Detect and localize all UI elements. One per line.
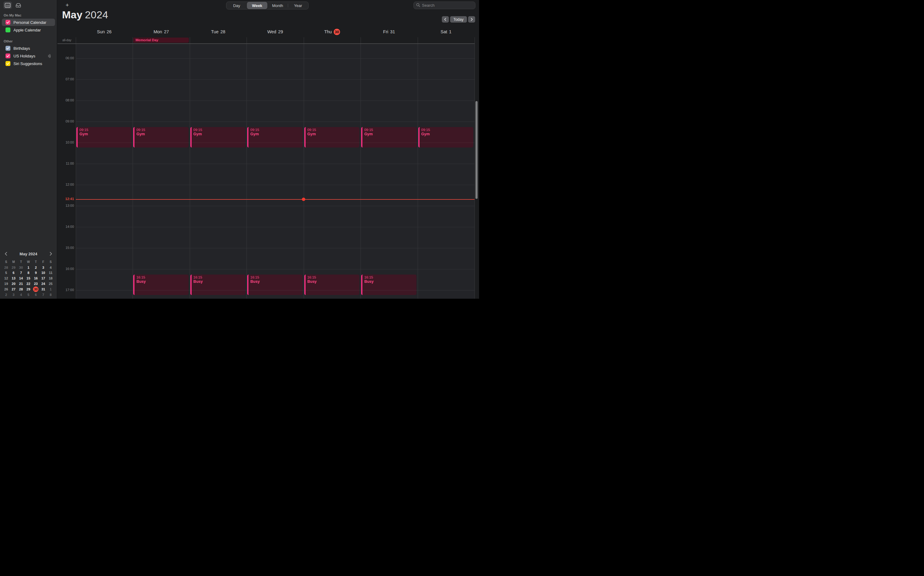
event-title: Busy [136,280,186,284]
event-hour-hairline [306,142,359,143]
sidebar-item-birthdays[interactable]: Birthdays [2,45,55,52]
day-header-thu[interactable]: Thu30 [304,28,360,35]
grid-hline [76,269,474,269]
event-busy[interactable]: 16:15Busy [247,275,302,295]
mini-day-11[interactable]: 11 [47,270,54,276]
inbox-icon [15,3,21,8]
day-header-mon[interactable]: Mon27 [133,28,189,35]
mini-day-18[interactable]: 18 [47,275,54,281]
mini-day-7[interactable]: 7 [18,270,25,276]
mini-day-7[interactable]: 7 [39,292,47,298]
mini-day-28[interactable]: 28 [2,265,10,270]
week-grid-background [76,44,474,299]
mini-day-2[interactable]: 2 [2,292,10,298]
mini-day-24[interactable]: 24 [39,281,47,286]
calendar-view-button[interactable] [3,2,12,9]
event-time: 16:15 [194,275,243,279]
mini-day-14[interactable]: 14 [18,275,25,281]
mini-day-15[interactable]: 15 [25,275,32,281]
event-gym[interactable]: 09:15Gym [133,127,188,147]
day-header-wed[interactable]: Wed29 [247,28,303,35]
mini-day-1[interactable]: 1 [25,265,32,270]
event-gym[interactable]: 09:15Gym [191,127,245,147]
mini-day-21[interactable]: 21 [18,281,25,286]
event-busy[interactable]: 16:15Busy [191,275,245,295]
add-event-button[interactable]: + [64,2,71,9]
mini-day-1[interactable]: 1 [47,286,54,292]
day-header-sun[interactable]: Sun26 [76,28,133,35]
mini-prev-button[interactable] [5,252,7,256]
calendar-checkbox[interactable] [5,20,10,25]
mini-day-17[interactable]: 17 [39,275,47,281]
event-gym[interactable]: 09:15Gym [304,127,359,147]
mini-day-19[interactable]: 19 [2,281,10,286]
view-tab-year[interactable]: Year [288,2,308,9]
mini-day-26[interactable]: 26 [2,286,10,292]
grid-vline [360,37,361,299]
calendar-checkbox[interactable] [5,27,10,32]
mini-day-4[interactable]: 4 [47,265,54,270]
sidebar-item-apple-calendar[interactable]: Apple Calendar [2,26,55,34]
mini-day-6[interactable]: 6 [10,270,17,276]
mini-day-3[interactable]: 3 [39,265,47,270]
event-busy[interactable]: 16:15Busy [133,275,188,295]
mini-day-4[interactable]: 4 [18,292,25,298]
event-time: 09:15 [136,128,186,132]
view-tab-month[interactable]: Month [267,2,288,9]
mini-day-13[interactable]: 13 [10,275,17,281]
day-header-fri[interactable]: Fri31 [360,28,417,35]
view-tab-day[interactable]: Day [226,2,247,9]
all-day-event[interactable]: Memorial Day [133,38,189,43]
mini-day-29[interactable]: 29 [10,265,17,270]
event-busy[interactable]: 16:15Busy [361,275,416,295]
calendar-checkbox[interactable] [5,53,10,58]
inbox-button[interactable] [14,2,22,9]
day-name: Sun [97,29,105,34]
day-header-tue[interactable]: Tue28 [190,28,247,35]
day-header-sat[interactable]: Sat1 [418,28,474,35]
sidebar-item-us-holidays[interactable]: US Holidays [2,52,55,59]
mini-day-20[interactable]: 20 [10,281,17,286]
day-name: Sat [440,29,447,34]
mini-day-28[interactable]: 28 [18,286,25,292]
event-time: 09:15 [250,128,300,132]
mini-day-22[interactable]: 22 [25,281,32,286]
mini-day-5[interactable]: 5 [25,292,32,298]
event-gym[interactable]: 09:15Gym [76,127,131,147]
mini-day-31[interactable]: 31 [39,286,47,292]
view-tab-week[interactable]: Week [247,2,267,9]
vertical-scrollbar[interactable] [476,101,477,199]
mini-day-16[interactable]: 16 [32,275,39,281]
mini-day-6[interactable]: 6 [32,292,39,298]
mini-day-23[interactable]: 23 [32,281,39,286]
search-field[interactable]: Search [413,2,476,9]
mini-day-30[interactable]: 30 [18,265,25,270]
mini-day-27[interactable]: 27 [10,286,17,292]
event-gym[interactable]: 09:15Gym [247,127,302,147]
next-week-button[interactable] [468,16,475,22]
mini-day-30[interactable]: 30 [32,286,39,292]
mini-day-3[interactable]: 3 [10,292,17,298]
event-gym[interactable]: 09:15Gym [418,127,473,147]
mini-next-button[interactable] [50,252,52,256]
mini-day-8[interactable]: 8 [47,292,54,298]
mini-day-5[interactable]: 5 [2,270,10,276]
mini-day-10[interactable]: 10 [39,270,47,276]
previous-week-button[interactable] [442,16,449,22]
mini-day-25[interactable]: 25 [47,281,54,286]
mini-day-29[interactable]: 29 [25,286,32,292]
sidebar-item-siri-suggestions[interactable]: Siri Suggestions [2,60,55,67]
hour-label: 07:00 [58,77,74,81]
mini-day-12[interactable]: 12 [2,275,10,281]
mini-day-9[interactable]: 9 [32,270,39,276]
mini-day-2[interactable]: 2 [32,265,39,270]
mini-dow-label: F [39,259,47,265]
title-month: May [62,9,83,21]
mini-day-8[interactable]: 8 [25,270,32,276]
calendar-checkbox[interactable] [5,46,10,51]
calendar-checkbox[interactable] [5,61,10,66]
event-gym[interactable]: 09:15Gym [361,127,416,147]
today-button[interactable]: Today [450,16,467,22]
event-busy[interactable]: 16:15Busy [304,275,359,295]
sidebar-item-personal-calendar[interactable]: Personal Calendar [2,19,55,26]
